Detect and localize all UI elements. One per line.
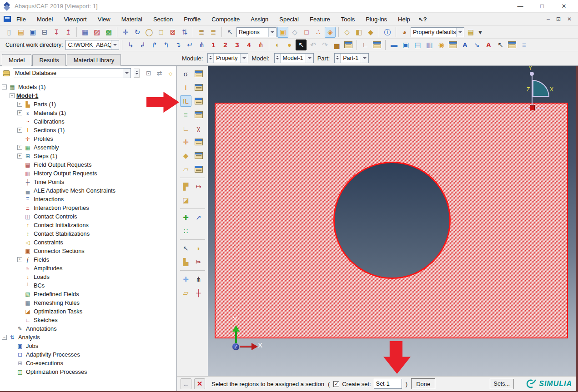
view-zx-icon[interactable]: ↱ (149, 40, 160, 50)
hint-bulb-icon[interactable]: ☼ (167, 69, 173, 77)
tree-item-loads[interactable]: ↓Loads (0, 273, 176, 281)
point-probe-icon[interactable]: ∴ (313, 27, 324, 38)
chevron-down-icon[interactable] (456, 28, 464, 37)
tree-item-predefined-fields[interactable]: ▧Predefined Fields (0, 290, 176, 298)
view-xz-icon[interactable]: ↰ (161, 40, 171, 50)
selection-filter-combo[interactable]: Regions (236, 27, 276, 37)
view-manip-cube-icon[interactable]: ◈ (325, 27, 336, 38)
view-2-icon[interactable]: 2 (220, 40, 231, 50)
expand-icon[interactable]: + (17, 110, 22, 115)
color-mapping-combo[interactable]: Property defaults (411, 27, 464, 37)
expand-icon[interactable]: + (17, 128, 22, 133)
stringer-manager-icon[interactable] (193, 164, 204, 175)
tab-results[interactable]: Results (32, 54, 65, 66)
tree-item-connector-sections[interactable]: ▣Connector Sections (0, 247, 176, 255)
ruler-icon[interactable]: ▅ (331, 40, 342, 50)
done-button[interactable]: Done (411, 378, 435, 389)
sets-button[interactable]: Sets... (490, 379, 514, 389)
print-icon[interactable]: ⊟ (39, 27, 50, 38)
expand-icon[interactable]: + (17, 257, 22, 262)
annotation-manager-icon[interactable] (507, 40, 518, 50)
skin-manager-icon[interactable] (193, 150, 204, 161)
model-combo[interactable]: Model-1 (274, 53, 314, 63)
view-zy-icon[interactable]: ↴ (172, 40, 183, 50)
minimize-button[interactable]: — (516, 3, 524, 10)
create-material-icon[interactable]: σ (180, 68, 191, 79)
pan-view-icon[interactable]: ✛ (120, 27, 131, 38)
viewport-manager-icon[interactable] (447, 40, 458, 50)
viewport-cascade-icon[interactable]: ▣ (400, 40, 411, 50)
tree-item-time-points[interactable]: ┼Time Points (0, 178, 176, 186)
color-code-cube-icon[interactable]: ▦ (465, 27, 476, 38)
create-composite-layup-icon[interactable]: ≡ (180, 109, 191, 120)
menu-composite[interactable]: Composite (211, 16, 240, 23)
tree-item-fields[interactable]: +ƒFields (0, 255, 176, 264)
overlay-colors-icon[interactable]: ▣ (277, 27, 288, 38)
undo-icon[interactable]: ↶ (307, 40, 318, 50)
menu-material[interactable]: Material (121, 16, 142, 23)
color-code-caret-icon[interactable]: ▾ (477, 27, 483, 38)
mdi-document-icon[interactable] (4, 16, 11, 22)
path-edit-icon[interactable]: ≣ (208, 27, 219, 38)
expand-icon[interactable]: + (17, 154, 22, 159)
venn-overlap-icon[interactable]: ◐ (272, 40, 283, 50)
menu-file[interactable]: File (16, 16, 26, 23)
menu-tools[interactable]: Tools (341, 16, 355, 23)
viewport-tile-vert-icon[interactable]: ▥ (424, 40, 435, 50)
create-solid-skin-icon[interactable]: ◆ (180, 150, 191, 161)
mdi-restore-button[interactable]: ⊡ (556, 16, 561, 22)
composite-layup-manager-icon[interactable] (193, 109, 204, 120)
viewport-canvas[interactable]: Y X Z Y Z X (208, 66, 576, 376)
zoom-box-icon[interactable]: □ (156, 27, 166, 38)
mdi-minimize-button[interactable]: – (547, 16, 550, 22)
tree-item-contact-initializations[interactable]: ↑Contact Initializations (0, 221, 176, 229)
view-4-icon[interactable]: 4 (243, 40, 254, 50)
datum-handle[interactable] (530, 105, 535, 110)
render-hidden-icon[interactable]: ◧ (353, 27, 364, 38)
material-manager-icon[interactable] (193, 68, 204, 79)
dashed-cube-icon[interactable]: ▨ (91, 27, 102, 38)
query-info-icon[interactable]: ⓘ (382, 27, 393, 38)
tree-item-history-output-requests[interactable]: ▥History Output Requests (0, 169, 176, 178)
tree-item-steps-1-[interactable]: +⊞Steps (1) (0, 152, 176, 160)
tree-item-contact-stabilizations[interactable]: ↕Contact Stabilizations (0, 229, 176, 238)
highlight-select-icon[interactable]: ↖ (296, 40, 307, 50)
ghost-cube-icon[interactable]: ◇ (289, 27, 300, 38)
chevron-down-icon[interactable] (240, 54, 248, 63)
create-round-icon[interactable]: ◗ (193, 243, 204, 254)
edit-geometry-icon[interactable]: ▙ (180, 256, 191, 268)
rebar-manager-icon[interactable] (193, 136, 204, 148)
wire-cube-icon[interactable]: ▦ (80, 27, 90, 38)
pointer-icon[interactable]: ↖ (225, 27, 236, 38)
menu-view[interactable]: View (98, 16, 111, 23)
tree-item-contact-controls[interactable]: ◫Contact Controls (0, 212, 176, 221)
tab-material-library[interactable]: Material Library (67, 54, 121, 66)
dashed-select-icon[interactable]: □ (301, 27, 312, 38)
context-help-icon[interactable]: ↖? (418, 16, 427, 23)
annotate-arrow-icon[interactable]: ↘ (471, 40, 482, 50)
part-combo[interactable]: Part-1 (334, 53, 369, 63)
datum-axis-marker-icon[interactable]: ┼ (193, 287, 204, 298)
menu-assign[interactable]: Assign (251, 16, 268, 23)
chevron-down-icon[interactable] (111, 40, 119, 50)
translate-part-icon[interactable]: ↦ (193, 181, 204, 192)
sketch-manager-icon[interactable] (372, 40, 382, 50)
tree-item-amplitudes[interactable]: ≈Amplitudes (0, 264, 176, 273)
maximize-button[interactable]: □ (538, 3, 546, 10)
triad-axes-icon[interactable]: ⋔ (196, 40, 207, 50)
partition-copy-icon[interactable]: ▛ (180, 181, 191, 192)
part-region[interactable] (215, 103, 568, 338)
redo-icon[interactable]: ↷ (319, 40, 330, 50)
tree-item-sections-1-[interactable]: +ISections (1) (0, 126, 176, 134)
assign-section-icon[interactable]: IL (180, 95, 191, 107)
tree-item-calibrations[interactable]: ◔Calibrations (0, 117, 176, 126)
model-spinner[interactable] (275, 54, 281, 63)
tree-item-ale-adaptive-mesh-constraints[interactable]: ▄ALE Adaptive Mesh Constraints (0, 186, 176, 195)
module-spinner[interactable] (208, 54, 214, 63)
new-model-icon[interactable]: ▯ (4, 27, 15, 38)
attach-manager-icon[interactable] (343, 40, 354, 50)
tree-item-models-1-[interactable]: −▦Models (1) (0, 83, 176, 91)
export-db-icon[interactable]: ↧ (51, 27, 62, 38)
tree-item-field-output-requests[interactable]: ▤Field Output Requests (0, 160, 176, 169)
assign-rebar-orientation-icon[interactable]: ✛ (180, 136, 191, 148)
